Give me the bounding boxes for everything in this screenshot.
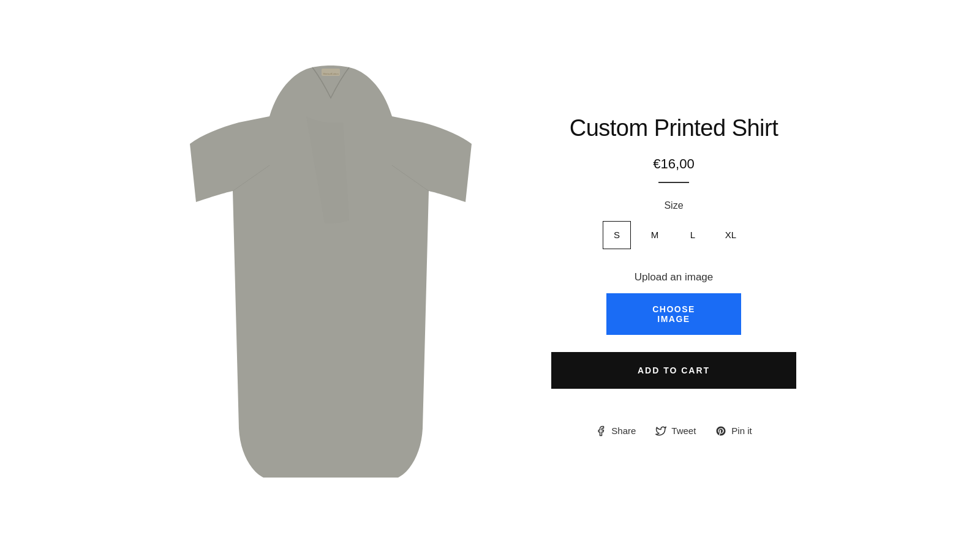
upload-label: Upload an image bbox=[635, 271, 714, 283]
product-title: Custom Printed Shirt bbox=[570, 115, 778, 141]
share-twitter-link[interactable]: Tweet bbox=[655, 425, 696, 437]
size-options: S M L XL bbox=[603, 221, 745, 249]
product-page: ShirtsofCotton Custom Printed Shirt €16,… bbox=[0, 0, 980, 551]
size-option-l[interactable]: L bbox=[679, 221, 707, 249]
size-option-xl[interactable]: XL bbox=[717, 221, 745, 249]
share-facebook-link[interactable]: Share bbox=[595, 425, 636, 437]
size-option-s[interactable]: S bbox=[603, 221, 631, 249]
share-pinterest-link[interactable]: Pin it bbox=[715, 425, 752, 437]
choose-image-button[interactable]: CHOOSE IMAGE bbox=[606, 293, 741, 335]
tshirt-image: ShirtsofCotton bbox=[184, 37, 478, 514]
pin-label: Pin it bbox=[731, 425, 752, 436]
share-label: Share bbox=[611, 425, 636, 436]
product-details-section: Custom Printed Shirt €16,00 Size S M L X… bbox=[539, 115, 809, 437]
size-label: Size bbox=[664, 200, 683, 211]
price-divider bbox=[658, 182, 689, 183]
social-share-section: Share Tweet Pin it bbox=[595, 425, 752, 437]
product-price: €16,00 bbox=[653, 156, 694, 172]
twitter-icon bbox=[655, 425, 666, 437]
facebook-icon bbox=[595, 425, 606, 437]
pinterest-icon bbox=[715, 425, 726, 437]
svg-text:ShirtsofCotton: ShirtsofCotton bbox=[323, 72, 338, 75]
product-image-section: ShirtsofCotton bbox=[172, 24, 490, 527]
size-option-m[interactable]: M bbox=[641, 221, 669, 249]
add-to-cart-button[interactable]: ADD TO CART bbox=[551, 352, 796, 389]
tweet-label: Tweet bbox=[671, 425, 696, 436]
